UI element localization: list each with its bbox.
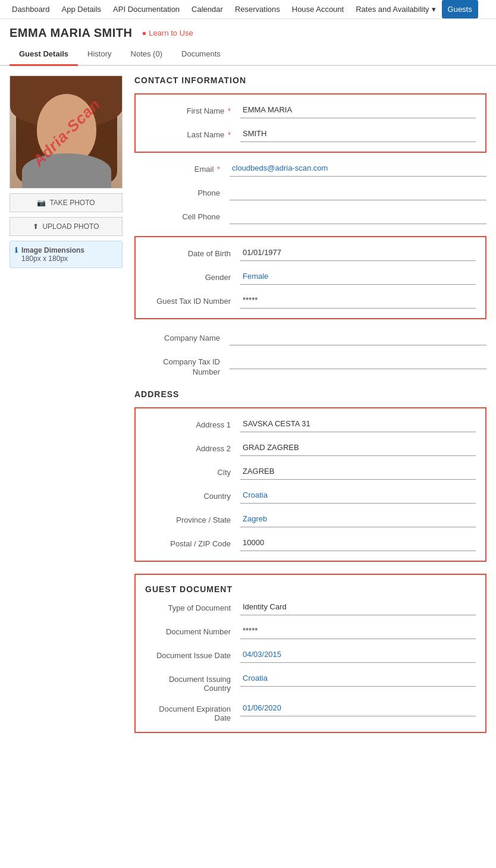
cell-phone-row: Cell Phone	[134, 210, 486, 224]
image-info-panel: ℹ Image Dimensions 180px x 180px	[10, 241, 123, 268]
contact-info-section: CONTACT INFORMATION First Name * EMMA MA…	[134, 76, 486, 224]
address1-row: Address 1 SAVSKA CESTA 31	[145, 418, 476, 432]
country-value[interactable]: Croatia	[240, 489, 476, 504]
tab-guest-details[interactable]: Guest Details	[10, 43, 78, 66]
doc-number-value[interactable]: *****	[240, 625, 476, 639]
tabs-bar: Guest Details History Notes (0) Document…	[0, 43, 496, 66]
address2-value[interactable]: GRAD ZAGREB	[240, 442, 476, 456]
tax-id-value[interactable]: *****	[240, 294, 476, 309]
doc-issuing-country-label: Document Issuing Country	[145, 672, 240, 693]
top-navigation: Dashboard App Details API Documentation …	[0, 0, 496, 19]
info-icon: ℹ	[15, 246, 18, 254]
doc-number-label: Document Number	[145, 625, 240, 636]
phone-value[interactable]	[230, 186, 486, 200]
postal-value[interactable]: 10000	[240, 537, 476, 551]
first-name-value[interactable]: EMMA MARIA	[240, 104, 476, 118]
nav-reservations[interactable]: Reservations	[229, 0, 286, 18]
camera-icon: 📷	[37, 199, 46, 207]
name-fields-box: First Name * EMMA MARIA Last Name * SMIT…	[134, 93, 486, 153]
dob-row: Date of Birth 01/01/1977	[145, 247, 476, 261]
doc-expiry-value[interactable]: 01/06/2020	[240, 702, 476, 716]
guest-photo-container: Adria-Scan	[10, 76, 123, 188]
contact-info-title: CONTACT INFORMATION	[134, 76, 486, 85]
dob-label: Date of Birth	[145, 247, 240, 258]
doc-type-value[interactable]: Identity Card	[240, 601, 476, 615]
dob-value[interactable]: 01/01/1977	[240, 247, 476, 261]
address1-value[interactable]: SAVSKA CESTA 31	[240, 418, 476, 432]
nav-guests[interactable]: Guests	[442, 0, 478, 18]
postal-row: Postal / ZIP Code 10000	[145, 537, 476, 551]
first-name-required: *	[228, 106, 231, 115]
cell-phone-label: Cell Phone	[134, 210, 230, 221]
doc-type-row: Type of Document Identity Card	[145, 601, 476, 615]
left-panel: Adria-Scan 📷 TAKE PHOTO ⬆ UPLOAD PHOTO ℹ…	[10, 76, 123, 268]
gender-row: Gender Female	[145, 271, 476, 285]
email-label: Email *	[134, 162, 230, 174]
document-title: GUEST DOCUMENT	[145, 584, 476, 594]
email-row: Email * cloudbeds@adria-scan.com	[134, 162, 486, 177]
nav-rates-availability[interactable]: Rates and Availability ▾	[350, 0, 441, 18]
image-info-label: Image Dimensions	[21, 246, 84, 254]
city-label: City	[145, 466, 240, 477]
address-fields-box: Address 1 SAVSKA CESTA 31 Address 2 GRAD…	[134, 407, 486, 562]
email-required: *	[217, 165, 220, 174]
tax-id-row: Guest Tax ID Number *****	[145, 294, 476, 309]
nav-app-details[interactable]: App Details	[56, 0, 107, 18]
nav-calendar[interactable]: Calendar	[186, 0, 229, 18]
doc-number-row: Document Number *****	[145, 625, 476, 639]
last-name-required: *	[228, 130, 231, 139]
doc-issue-date-value[interactable]: 04/03/2015	[240, 649, 476, 663]
doc-issuing-country-row: Document Issuing Country Croatia	[145, 672, 476, 693]
cell-phone-value[interactable]	[230, 210, 486, 224]
doc-issuing-country-value[interactable]: Croatia	[240, 672, 476, 687]
upload-photo-button[interactable]: ⬆ UPLOAD PHOTO	[10, 217, 123, 236]
province-label: Province / State	[145, 513, 240, 524]
gender-label: Gender	[145, 271, 240, 282]
company-name-value[interactable]	[230, 331, 486, 345]
city-row: City ZAGREB	[145, 466, 476, 480]
document-fields-box: GUEST DOCUMENT Type of Document Identity…	[134, 574, 486, 733]
tab-documents[interactable]: Documents	[172, 43, 230, 66]
city-value[interactable]: ZAGREB	[240, 466, 476, 480]
address-title: ADDRESS	[134, 389, 486, 399]
learn-to-use-link[interactable]: ● Learn to Use	[142, 29, 193, 37]
company-tax-row: Company Tax ID Number	[134, 355, 486, 378]
gender-value[interactable]: Female	[240, 271, 476, 285]
postal-label: Postal / ZIP Code	[145, 537, 240, 548]
company-section: Company Name Company Tax ID Number	[134, 331, 486, 378]
phone-row: Phone	[134, 186, 486, 200]
first-name-row: First Name * EMMA MARIA	[145, 104, 476, 118]
last-name-label: Last Name *	[145, 128, 240, 139]
doc-issue-date-label: Document Issue Date	[145, 649, 240, 660]
take-photo-button[interactable]: 📷 TAKE PHOTO	[10, 193, 123, 212]
right-panel: CONTACT INFORMATION First Name * EMMA MA…	[134, 76, 486, 745]
chevron-down-icon: ▾	[432, 5, 436, 14]
address2-row: Address 2 GRAD ZAGREB	[145, 442, 476, 456]
personal-info-section: Date of Birth 01/01/1977 Gender Female G…	[134, 236, 486, 319]
nav-house-account[interactable]: House Account	[286, 0, 350, 18]
address-section: ADDRESS Address 1 SAVSKA CESTA 31 Addres…	[134, 389, 486, 562]
info-circle-icon: ●	[142, 29, 147, 37]
company-tax-label: Company Tax ID Number	[134, 355, 230, 378]
doc-type-label: Type of Document	[145, 601, 240, 612]
tab-history[interactable]: History	[78, 43, 121, 66]
phone-label: Phone	[134, 186, 230, 197]
company-name-label: Company Name	[134, 331, 230, 342]
country-label: Country	[145, 489, 240, 501]
doc-expiry-label: Document Expiration Date	[145, 702, 240, 722]
last-name-value[interactable]: SMITH	[240, 128, 476, 142]
page-header: EMMA MARIA SMITH ● Learn to Use	[0, 19, 496, 43]
main-content: Adria-Scan 📷 TAKE PHOTO ⬆ UPLOAD PHOTO ℹ…	[0, 66, 496, 754]
tax-id-label: Guest Tax ID Number	[145, 294, 240, 306]
address2-label: Address 2	[145, 442, 240, 453]
nav-dashboard[interactable]: Dashboard	[6, 0, 56, 18]
upload-icon: ⬆	[33, 222, 39, 231]
email-value[interactable]: cloudbeds@adria-scan.com	[230, 162, 486, 177]
nav-api-docs[interactable]: API Documentation	[107, 0, 186, 18]
company-tax-value[interactable]	[230, 355, 486, 369]
country-row: Country Croatia	[145, 489, 476, 504]
province-value[interactable]: Zagreb	[240, 513, 476, 527]
last-name-row: Last Name * SMITH	[145, 128, 476, 142]
tab-notes[interactable]: Notes (0)	[121, 43, 172, 66]
image-info-dimensions: 180px x 180px	[21, 254, 84, 263]
